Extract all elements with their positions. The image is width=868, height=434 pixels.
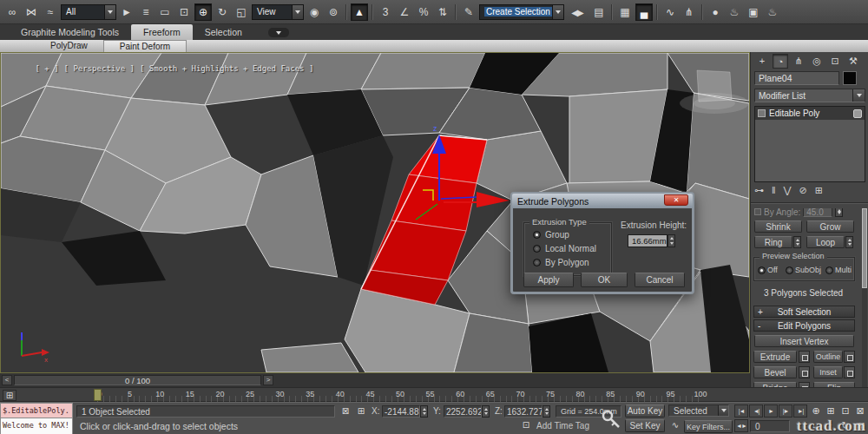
extrude-settings-button[interactable] <box>799 351 810 363</box>
by-angle-field[interactable]: 45.0 <box>803 208 832 217</box>
modifier-list-dropdown[interactable]: Modifier List <box>754 89 865 102</box>
inset-settings-button[interactable] <box>844 366 855 378</box>
key-mode-dropdown[interactable]: Selected <box>668 404 729 417</box>
object-name-field[interactable]: Plane04 <box>754 71 839 85</box>
radio-icon[interactable] <box>533 245 541 253</box>
select-and-scale-icon[interactable]: ◱ <box>233 3 250 21</box>
viewport-menu-pov[interactable]: [ Perspective ] <box>64 64 135 73</box>
bevel-button[interactable]: Bevel <box>753 366 797 378</box>
y-coord-spinner[interactable] <box>482 405 490 418</box>
selection-lock-icon[interactable]: ⊠ <box>339 405 352 418</box>
loop-spinner[interactable] <box>845 236 853 248</box>
rect-selection-region-icon[interactable]: ▭ <box>156 3 174 21</box>
x-coord-field[interactable]: -2144.889 <box>382 405 420 418</box>
soft-selection-rollout[interactable]: + Soft Selection <box>753 306 855 318</box>
keyboard-override-icon[interactable]: ▲ <box>351 3 368 21</box>
extrusion-height-field[interactable]: 16.66mm <box>628 234 667 247</box>
dialog-close-button[interactable]: ✕ <box>664 194 688 206</box>
motion-tab-icon[interactable]: ◎ <box>809 54 825 69</box>
auto-key-button[interactable]: Auto Key <box>625 404 665 418</box>
next-frame-button[interactable]: |► <box>779 404 792 418</box>
panel-scrollbar[interactable] <box>862 208 867 399</box>
tab-freeform[interactable]: Freeform <box>131 24 193 40</box>
extrusion-height-spinner[interactable] <box>667 234 675 247</box>
tab-selection[interactable]: Selection <box>193 24 254 40</box>
create-tab-icon[interactable]: + <box>754 54 770 69</box>
window-crossing-icon[interactable]: ⊡ <box>175 3 193 21</box>
radio-by-polygon[interactable]: By Polygon <box>533 258 589 267</box>
tab-graphite-modeling-tools[interactable]: Graphite Modeling Tools <box>9 24 131 40</box>
ribbon-minimize-button[interactable] <box>268 28 289 37</box>
by-angle-spinner[interactable] <box>835 208 843 217</box>
display-tab-icon[interactable]: ⊡ <box>827 54 843 69</box>
outline-settings-button[interactable] <box>844 351 855 363</box>
use-pivot-point-center-icon[interactable]: ◉ <box>306 3 323 21</box>
dropdown-arrow-icon[interactable] <box>104 5 115 19</box>
curve-editor-icon[interactable]: ∿ <box>661 3 679 21</box>
time-tag-window-icon[interactable]: ⊡ <box>519 419 533 432</box>
render-setup-icon[interactable]: ♨ <box>726 3 743 21</box>
extrude-button[interactable]: Extrude <box>753 351 797 363</box>
absolute-offset-toggle-icon[interactable]: ⊞ <box>354 405 368 418</box>
next-frame-button[interactable]: > <box>263 375 273 385</box>
select-and-manipulate-icon[interactable]: ⊚ <box>325 3 342 21</box>
viewport-menu-shading[interactable]: [ Smooth + Highlights + Edged Faces ] <box>140 64 313 73</box>
select-and-rotate-icon[interactable]: ↻ <box>214 3 231 21</box>
previous-frame-button[interactable]: ◄| <box>749 404 763 418</box>
listener-macro-line[interactable]: $.EditablePoly. <box>0 403 73 418</box>
preview-multi-radio[interactable]: Multi <box>825 266 852 274</box>
zoom-region-icon[interactable]: ⊠ <box>853 404 867 418</box>
radio-group[interactable]: Group <box>533 230 569 240</box>
ribbon-toggle-icon[interactable]: ▄ <box>635 3 653 21</box>
shrink-button[interactable]: Shrink <box>754 220 802 233</box>
dropdown-arrow-icon[interactable] <box>852 89 865 102</box>
add-time-tag-label[interactable]: Add Time Tag <box>536 421 589 431</box>
remove-modifier-icon[interactable]: ⊘ <box>799 185 807 196</box>
align-icon[interactable]: ▤ <box>590 3 608 21</box>
object-color-swatch[interactable] <box>843 71 857 85</box>
radio-icon[interactable] <box>786 266 793 274</box>
insert-vertex-button[interactable]: Insert Vertex <box>754 335 854 347</box>
select-by-name-icon[interactable]: ≡ <box>137 3 155 21</box>
ok-button[interactable]: OK <box>581 273 628 287</box>
zoom-all-icon[interactable]: ⊞ <box>824 404 838 418</box>
subtab-polydraw[interactable]: PolyDraw <box>35 40 103 52</box>
radio-icon[interactable] <box>758 266 766 274</box>
time-slider[interactable]: 0 / 100 <box>14 375 261 385</box>
rollout-collapse-icon[interactable]: - <box>758 320 760 332</box>
key-filters-button[interactable]: Key Filters... <box>684 420 733 433</box>
selection-filter-dropdown[interactable]: All <box>61 4 116 20</box>
z-coord-field[interactable]: 1632.727m <box>504 405 542 418</box>
hierarchy-tab-icon[interactable]: ⋔ <box>791 54 806 69</box>
loop-button[interactable]: Loop <box>806 236 845 248</box>
dropdown-arrow-icon[interactable] <box>718 405 728 416</box>
unlink-selection-icon[interactable]: ⋈ <box>23 3 40 21</box>
modify-tab-icon[interactable]: ◔ <box>773 54 788 69</box>
make-unique-icon[interactable]: ⋁ <box>784 185 792 196</box>
play-button[interactable]: ► <box>764 404 778 418</box>
material-editor-icon[interactable]: ● <box>707 3 724 21</box>
viewport-menu-general[interactable]: [ + ] <box>36 64 59 73</box>
pin-stack-icon[interactable]: ⊶ <box>754 185 764 196</box>
snap-toggle-3d-icon[interactable]: 3 <box>377 3 394 21</box>
outline-button[interactable]: Outline <box>813 351 843 363</box>
grow-button[interactable]: Grow <box>806 220 854 233</box>
preview-subobj-radio[interactable]: SubObj <box>786 266 821 274</box>
dropdown-arrow-icon[interactable] <box>292 5 303 19</box>
mirror-icon[interactable]: ◀▶ <box>566 3 589 21</box>
select-and-move-icon[interactable]: ⊕ <box>194 3 212 21</box>
edit-named-selections-icon[interactable]: ✎ <box>460 3 477 21</box>
current-frame-field[interactable]: 0 <box>750 420 790 432</box>
select-and-link-icon[interactable]: ∞ <box>3 3 21 21</box>
go-to-end-button[interactable]: ►| <box>793 404 807 418</box>
by-angle-checkbox[interactable] <box>754 208 761 215</box>
previous-frame-button[interactable]: < <box>2 375 12 385</box>
mini-curve-editor-button[interactable]: ⊞ <box>3 390 16 401</box>
x-coord-spinner[interactable] <box>420 405 428 418</box>
preview-off-radio[interactable]: Off <box>758 266 778 274</box>
layer-manager-icon[interactable]: ▦ <box>616 3 634 21</box>
named-selection-dropdown[interactable]: Create Selection Se <box>479 4 564 20</box>
zoom-icon[interactable]: ⊕ <box>809 404 823 418</box>
dropdown-arrow-icon[interactable] <box>552 5 563 19</box>
rollout-expand-icon[interactable]: + <box>758 306 763 318</box>
